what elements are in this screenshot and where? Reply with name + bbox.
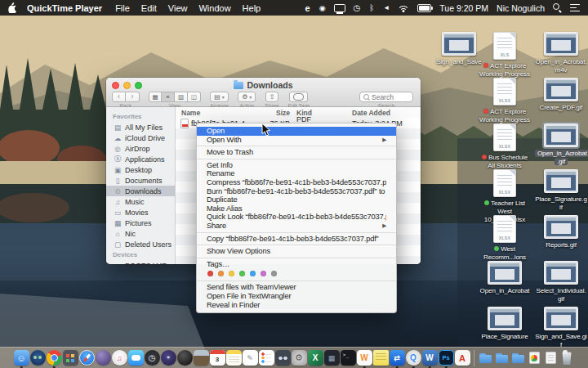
dock-item-trash[interactable] [559, 348, 575, 368]
active-app-name[interactable]: QuickTime Player [27, 3, 102, 13]
dock-item-acrobat[interactable] [455, 348, 470, 368]
dock-item-stack-chrome[interactable] [527, 348, 542, 368]
sidebar-item-desktop[interactable]: ▣Desktop [106, 164, 175, 175]
desktop-icon-create-pdf-gif[interactable]: Create_PDF.gif [535, 78, 587, 112]
action-button[interactable]: ⚙▾ [238, 92, 256, 102]
menu-item-burn-fbb86f7e-be91-4c1b-beb3-b4de553c7037-pdf-to-disc[interactable]: Burn “fbb86f7e-be91-4c1b-beb3-b4de553c70… [197, 187, 396, 196]
sidebar-item-applications[interactable]: ⒶApplications [106, 154, 175, 164]
edit-tags-button[interactable] [289, 92, 308, 102]
sidebar-item-bootcamp[interactable]: ▭BOOTCAMP [106, 260, 175, 264]
dock-item-word[interactable] [422, 348, 438, 368]
sidebar-item-documents[interactable]: ▯Documents [106, 175, 175, 186]
menubar-menu-help[interactable]: Help [243, 3, 261, 13]
menu-item-get-info[interactable]: Get Info [197, 161, 396, 170]
close-window-button[interactable] [112, 82, 119, 89]
dock-item-calendar[interactable]: 3 [210, 348, 225, 368]
menu-item-open[interactable]: Open [197, 127, 396, 136]
sidebar-item-downloads[interactable]: ⊙Downloads [106, 186, 175, 196]
forward-button[interactable]: › [126, 92, 140, 102]
menu-item-quick-look-fbb86f7e-be91-4c1b-beb3-b4de553c7037-pdf[interactable]: Quick Look “fbb86f7e-be91-4c1b-beb3-b4de… [197, 213, 396, 222]
wifi-icon[interactable] [398, 4, 409, 12]
dock-item-dashboard[interactable] [145, 348, 160, 368]
arrange-button[interactable]: ▤▾ [210, 92, 229, 102]
menubar-clock[interactable]: Tue 9:20 PM [439, 3, 488, 13]
sidebar-item-pictures[interactable]: ▦Pictures [106, 218, 175, 228]
sidebar-item-airdrop[interactable]: ◎AirDrop [106, 143, 175, 154]
dock-item-photoshop[interactable] [439, 348, 454, 368]
battery-icon[interactable] [417, 4, 431, 12]
dock-item-stack-paper[interactable] [543, 348, 559, 368]
dock-item-people-app[interactable] [30, 348, 46, 368]
dock-item-photos[interactable] [96, 348, 111, 368]
desktop-icon-sign-and-save-gif[interactable]: Sign_and_Save.gif [535, 307, 587, 349]
desktop-icon-place-signature[interactable]: Place_Signature [479, 307, 531, 341]
dock-item-eclipse[interactable] [161, 348, 176, 368]
dock-item-reminders[interactable] [259, 348, 274, 368]
dock-item-binoculars[interactable] [275, 348, 291, 368]
volume-icon[interactable] [383, 2, 390, 13]
column-view-button[interactable]: ▥ [175, 92, 188, 102]
menu-item-share[interactable]: Share▶ [197, 222, 396, 231]
dock-item-finder[interactable] [14, 348, 29, 368]
menubar-menu-edit[interactable]: Edit [141, 3, 157, 13]
dock-item-chrome[interactable] [47, 348, 62, 368]
spotlight-search-icon[interactable] [553, 3, 562, 12]
menu-item-move-to-trash[interactable]: Move to Trash [197, 148, 396, 157]
menu-item-rename[interactable]: Rename [197, 169, 396, 178]
search-field[interactable] [359, 92, 413, 102]
column-header-size[interactable]: Size [254, 109, 290, 117]
sidebar-item-icloud-drive[interactable]: ☁iCloud Drive [106, 132, 175, 143]
dock-item-launchpad[interactable] [63, 348, 78, 368]
title-bar[interactable]: Downloads [112, 80, 415, 90]
dock-item-stickies[interactable] [373, 348, 389, 368]
dock-item-w-app[interactable] [357, 348, 372, 368]
menubar-menu-file[interactable]: File [115, 3, 130, 13]
dock-item-folder-downloads[interactable] [510, 348, 526, 368]
dock-item-photo-eagle[interactable] [194, 348, 209, 368]
sidebar-item-movies[interactable]: ▭Movies [106, 207, 175, 218]
dock-item-textedit[interactable] [243, 348, 258, 368]
menubar-user-name[interactable]: Nic Nogulich [497, 3, 545, 13]
desktop-icon-reports-gif[interactable]: Reports.gif [535, 215, 587, 249]
menu-item-show-view-options[interactable]: Show View Options [197, 247, 396, 256]
menu-item-open-file-in-textwrangler[interactable]: Open File in TextWrangler [197, 292, 396, 301]
menu-item-copy-fbb86f7e-be91-4c1b-beb3-b4de553c7037-pdf[interactable]: Copy “fbb86f7e-be91-4c1b-beb3-b4de553c70… [197, 235, 396, 244]
desktop-icon-bus-schedule-all-students[interactable]: XLSXBus Schedule All Students [479, 123, 531, 170]
minimize-window-button[interactable] [123, 82, 131, 89]
dock-item-itunes[interactable] [112, 348, 127, 368]
desktop-icon-open-in-acrobat-m4v[interactable]: Open_in_Acrobat.m4v [535, 32, 587, 74]
menu-item-reveal-in-finder[interactable]: Reveal in Finder [197, 301, 396, 310]
dock-item-photoshop-elements[interactable] [324, 348, 340, 368]
menu-item-duplicate[interactable]: Duplicate [197, 195, 396, 204]
dock-item-system-preferences[interactable] [292, 348, 307, 368]
screen-record-icon[interactable] [319, 2, 326, 13]
desktop-icon-open-in-acrobat[interactable]: Open_in_Acrobat [479, 261, 531, 295]
tag-color-gray[interactable] [271, 271, 277, 276]
display-icon[interactable] [334, 4, 345, 12]
zoom-window-button[interactable] [135, 82, 142, 89]
tag-color-red[interactable] [207, 271, 213, 276]
list-view-button[interactable]: ≡ [162, 92, 175, 102]
menu-item-open-with[interactable]: Open With▶ [197, 136, 396, 145]
apple-menu-icon[interactable] [8, 2, 17, 13]
column-header-date-added[interactable]: Date Added [345, 109, 421, 117]
sidebar-item-deleted-users[interactable]: ▢Deleted Users [106, 239, 175, 249]
tag-color-green[interactable] [239, 271, 245, 276]
menu-item-make-alias[interactable]: Make Alias [197, 204, 396, 213]
tag-color-purple[interactable] [261, 271, 266, 276]
search-input[interactable] [372, 93, 409, 101]
sidebar-item-music[interactable]: ♫Music [106, 196, 175, 207]
menu-item-send-files-with-teamviewer[interactable]: Send files with TeamViewer [197, 283, 396, 292]
tag-color-orange[interactable] [218, 271, 224, 276]
desktop-icon-select-individual-gif[interactable]: Select_Individual.gif [535, 261, 587, 303]
notification-center-icon[interactable] [570, 4, 580, 11]
dock-item-excel[interactable] [308, 348, 323, 368]
dock-item-folder-documents[interactable] [478, 348, 493, 368]
desktop-icon-act-explore-working-progress[interactable]: XLSACT Explore Working Progress [479, 32, 531, 79]
menu-item-tags[interactable]: Tags… [197, 260, 396, 269]
bluetooth-icon[interactable] [368, 2, 375, 13]
desktop-icon-open-in-acrobat-gif[interactable]: Open_in_Acrobat.gif [535, 123, 587, 166]
tag-color-blue[interactable] [250, 271, 256, 276]
dock-item-dark-sphere[interactable] [177, 348, 193, 368]
dock-item-quicktime[interactable] [406, 348, 421, 368]
